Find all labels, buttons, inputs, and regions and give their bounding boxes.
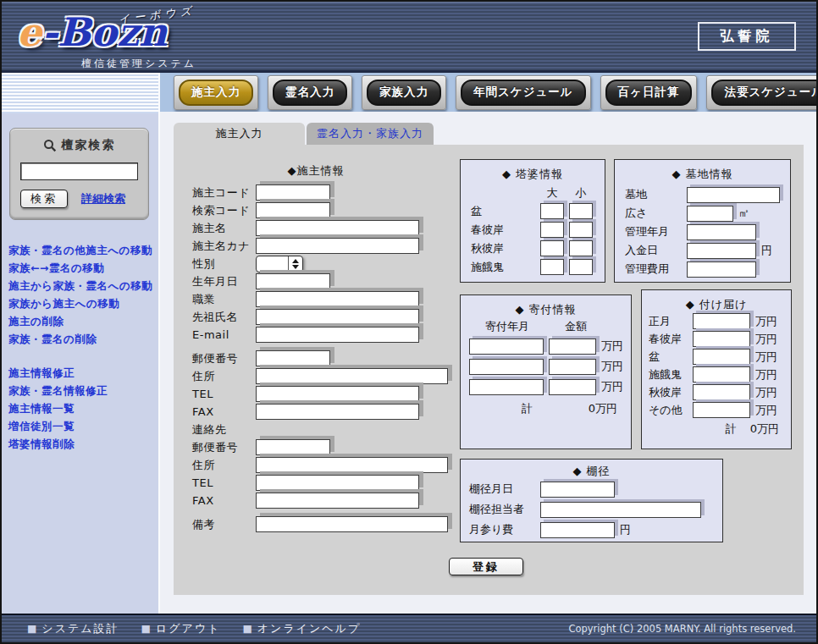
toba-haruhigan-small-input[interactable] (569, 222, 593, 238)
tab-reimei-kazoku-input[interactable]: 霊名入力・家族入力 (307, 123, 434, 145)
nav-button-nenkan-schedule[interactable]: 年間スケジュール (456, 75, 591, 110)
sidebar-body: 檀家検索 検索 詳細検索 家族・霊名の他施主への移動 家族←→霊名の移動 施主か… (2, 113, 158, 614)
gift-akihigan-input[interactable] (693, 384, 750, 400)
register-button[interactable]: 登録 (449, 558, 523, 575)
ancestor-name-input[interactable] (256, 309, 419, 325)
sidebar-link[interactable]: 家族・霊名の削除 (8, 330, 158, 348)
app-header: イーボウズ e-Bozn 檀信徒管理システム 弘誓院 (2, 2, 816, 73)
grave-payment-date-input[interactable] (687, 243, 756, 259)
email-input[interactable] (256, 327, 419, 343)
search-title: 檀家検索 (62, 138, 116, 153)
donation-month-input[interactable] (469, 339, 544, 355)
fax-input[interactable] (256, 404, 419, 420)
sidebar-link[interactable]: 家族・霊名情報修正 (8, 382, 158, 399)
address-input[interactable] (256, 368, 448, 384)
panel-title: ◆ 棚径 (461, 464, 722, 479)
footer-link-online-help[interactable]: ■オンラインヘルプ (242, 621, 361, 636)
grave-name-input[interactable] (687, 187, 780, 203)
grave-area-input[interactable] (687, 206, 733, 222)
sidebar-link[interactable]: 塔婆情報削除 (8, 435, 158, 453)
birthdate-input[interactable] (256, 273, 330, 289)
detail-search-link[interactable]: 詳細検索 (81, 191, 125, 206)
sidebar-link[interactable]: 増信徒別一覧 (8, 417, 158, 435)
nav-button-reimei-input[interactable]: 霊名入力 (268, 75, 352, 110)
footer-link-logout[interactable]: ■ログアウト (141, 621, 221, 636)
sidebar-link[interactable]: 施主情報一覧 (8, 399, 158, 417)
sidebar-links-info: 施主情報修正 家族・霊名情報修正 施主情報一覧 増信徒別一覧 塔婆情報削除 (8, 364, 158, 453)
seshu-name-input[interactable] (256, 220, 419, 236)
gift-segaki-input[interactable] (693, 366, 750, 383)
donation-info-panel: ◆ 寄付情報 寄付年月 金額 万円 万円 万円 計 0万円 (460, 294, 632, 449)
row-label: 春彼岸 (649, 332, 693, 347)
toba-akihigan-large-input[interactable] (540, 240, 564, 256)
donation-amount-input[interactable] (549, 359, 596, 375)
search-button[interactable]: 検索 (20, 190, 68, 208)
sidebar-links-move: 家族・霊名の他施主への移動 家族←→霊名の移動 施主から家族・霊名への移動 家族… (8, 241, 158, 348)
gift-shogatsu-input[interactable] (693, 313, 750, 329)
sidebar-link[interactable]: 家族・霊名の他施主への移動 (8, 241, 158, 259)
sidebar-link[interactable]: 施主情報修正 (8, 364, 158, 382)
toba-bon-small-input[interactable] (569, 203, 593, 219)
search-input[interactable] (20, 162, 138, 180)
grave-mgmt-month-input[interactable] (687, 224, 756, 240)
square-bullet-icon: ■ (242, 623, 253, 635)
tel-input[interactable] (256, 386, 419, 402)
main-navbar: 施主入力 霊名入力 家族入力 年間スケジュール 百ヶ日計算 法要スケジュール (160, 73, 816, 112)
contact-postal-code-input[interactable] (256, 439, 330, 455)
nav-button-seshu-input[interactable]: 施主入力 (174, 75, 258, 110)
toba-haruhigan-large-input[interactable] (540, 222, 564, 238)
row-label: 正月 (649, 314, 693, 329)
app-window: イーボウズ e-Bozn 檀信徒管理システム 弘誓院 檀家検索 (0, 0, 818, 644)
row-label: 施餓鬼 (649, 367, 693, 383)
gift-other-input[interactable] (693, 402, 750, 418)
donation-amount-input[interactable] (549, 379, 596, 395)
total-label: 計 (522, 401, 533, 416)
unit-manyen: 万円 (755, 403, 777, 418)
tana-person-input[interactable] (540, 502, 701, 518)
row-label: 棚径担当者 (469, 502, 540, 517)
seshu-code-input[interactable] (256, 184, 330, 201)
row-label: 施餓鬼 (471, 260, 535, 275)
sidebar-link[interactable]: 家族←→霊名の移動 (8, 259, 158, 277)
memo-input[interactable] (256, 516, 448, 532)
row-label: 棚径月日 (469, 482, 540, 497)
col-header-amount: 金額 (550, 319, 601, 334)
seshu-name-kana-input[interactable] (256, 238, 419, 254)
toba-akihigan-small-input[interactable] (569, 240, 593, 256)
contact-address-input[interactable] (256, 457, 448, 473)
gender-select[interactable] (256, 256, 303, 272)
tana-monthly-fee-input[interactable] (540, 522, 615, 538)
toba-bon-large-input[interactable] (540, 203, 564, 219)
toba-segaki-large-input[interactable] (540, 259, 564, 275)
unit-manyen: 万円 (601, 339, 623, 354)
toba-segaki-small-input[interactable] (569, 259, 593, 275)
occupation-input[interactable] (256, 291, 419, 307)
gift-bon-input[interactable] (693, 349, 750, 365)
donation-month-input[interactable] (469, 359, 544, 375)
gift-haruhigan-input[interactable] (693, 331, 750, 347)
sidebar-link[interactable]: 家族から施主への移動 (8, 294, 158, 312)
nav-button-kazoku-input[interactable]: 家族入力 (362, 75, 446, 110)
donation-amount-input[interactable] (549, 339, 596, 355)
field-label: 職業 (192, 292, 256, 307)
sidebar-link[interactable]: 施主から家族・霊名への移動 (8, 277, 158, 294)
nav-button-houyou-schedule[interactable]: 法要スケジュール (706, 75, 818, 110)
tab-seshu-input[interactable]: 施主入力 (174, 123, 305, 145)
footer-link-system-design[interactable]: ■システム設計 (27, 621, 119, 636)
temple-name-button[interactable]: 弘誓院 (698, 22, 796, 51)
kensaku-code-input[interactable] (256, 202, 330, 218)
donation-month-input[interactable] (469, 379, 544, 395)
sidebar-link[interactable]: 施主の削除 (8, 312, 158, 330)
contact-tel-input[interactable] (256, 475, 419, 491)
contact-fax-input[interactable] (256, 493, 419, 509)
postal-code-input[interactable] (256, 350, 330, 366)
search-icon (43, 139, 57, 152)
search-actions: 検索 詳細検索 (20, 190, 138, 208)
grave-info-panel: ◆ 墓地情報 墓地 広さ㎡ 管理年月 入金日円 管理費用 (614, 159, 791, 283)
row-label: 春彼岸 (471, 223, 535, 238)
donation-total-row: 計 0万円 (461, 401, 631, 416)
tana-date-input[interactable] (540, 482, 615, 498)
grave-mgmt-fee-input[interactable] (687, 261, 756, 278)
nav-button-hyakkanichi-calc[interactable]: 百ヶ日計算 (600, 75, 698, 110)
unit-yen: 円 (620, 522, 631, 537)
